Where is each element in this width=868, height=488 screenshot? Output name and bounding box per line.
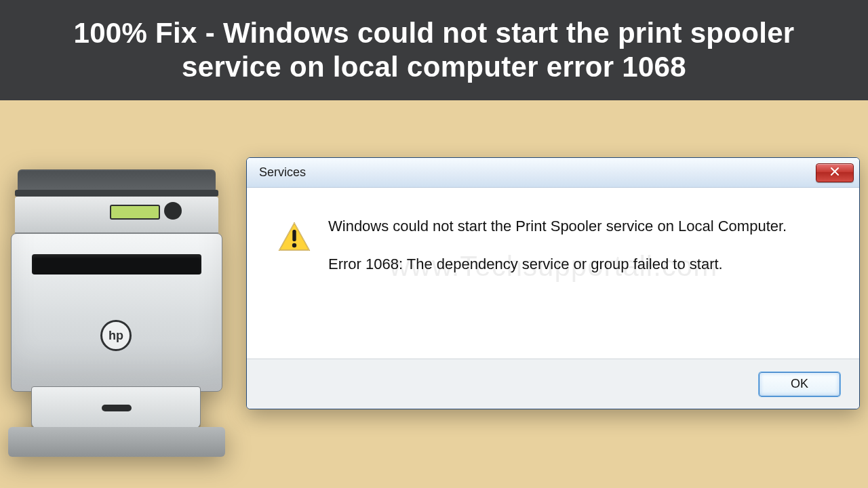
printer-illustration: hp	[8, 169, 232, 468]
svg-point-5	[292, 243, 296, 247]
printer-scanner-lid	[18, 169, 216, 191]
printer-paper-tray	[31, 386, 201, 428]
close-icon	[830, 165, 840, 180]
dialog-footer: OK	[247, 359, 859, 409]
printer-control-panel	[15, 197, 218, 233]
dialog-body: www.Techsupportall.com Windows could not…	[247, 188, 859, 409]
printer-scanner-lip	[15, 190, 218, 197]
warning-icon	[278, 222, 311, 251]
svg-rect-4	[292, 230, 296, 241]
printer-brand-logo: hp	[100, 320, 132, 351]
thumbnail-stage: 100% Fix - Windows could not start the p…	[0, 0, 868, 488]
printer-body	[11, 233, 222, 392]
hero-banner: 100% Fix - Windows could not start the p…	[0, 0, 868, 100]
dialog-title: Services	[259, 165, 306, 180]
ok-button[interactable]: OK	[759, 372, 840, 396]
printer-output-slot	[32, 254, 201, 274]
close-button[interactable]	[816, 163, 854, 182]
error-message-detail: Error 1068: The dependency service or gr…	[328, 256, 839, 273]
services-error-dialog: Services www.Techsupportall.com	[246, 157, 860, 409]
printer-base	[8, 427, 225, 457]
hero-headline: 100% Fix - Windows could not start the p…	[27, 16, 841, 85]
error-message-main: Windows could not start the Print Spoole…	[328, 218, 839, 235]
dialog-titlebar[interactable]: Services	[247, 158, 859, 188]
